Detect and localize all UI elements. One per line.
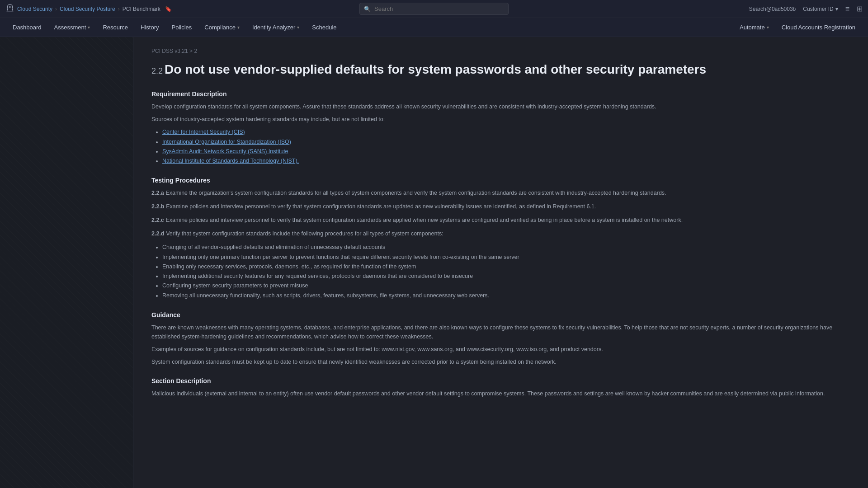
nav-history[interactable]: History bbox=[135, 20, 164, 34]
cis-link[interactable]: Center for Internet Security (CIS) bbox=[162, 129, 245, 135]
app-name: Cloud Security bbox=[17, 6, 52, 12]
bullet-item-3: Enabling only necessary services, protoc… bbox=[162, 262, 850, 272]
guidance-para-1: There are known weaknesses with many ope… bbox=[151, 323, 850, 341]
sans-link[interactable]: SysAdmin Audit Network Security (SANS) I… bbox=[162, 148, 288, 155]
requirement-heading: Requirement Description bbox=[151, 90, 850, 98]
grid-icon[interactable]: ⊞ bbox=[857, 5, 863, 13]
test-label-c: 2.2.c bbox=[151, 217, 164, 223]
top-bar-right: Search@0ad5003b Customer ID ▾ ≡ ⊞ bbox=[749, 5, 863, 13]
bookmark-icon[interactable]: 🔖 bbox=[165, 6, 172, 12]
nav-resource[interactable]: Resource bbox=[97, 20, 133, 34]
req-para-2: Sources of industry-accepted system hard… bbox=[151, 115, 850, 124]
page-title: Do not use vendor-supplied defaults for … bbox=[165, 62, 706, 76]
content-area: PCI DSS v3.21 > 2 2.2Do not use vendor-s… bbox=[133, 37, 868, 488]
test-item-c: 2.2.c Examine policies and interview per… bbox=[151, 216, 850, 225]
test-label-b: 2.2.b bbox=[151, 203, 165, 210]
nav-cloud-accounts[interactable]: Cloud Accounts Registration bbox=[776, 20, 861, 34]
test-text-d: Verify that system configuration standar… bbox=[166, 230, 443, 237]
nav-identity-analyzer[interactable]: Identity Analyzer bbox=[247, 20, 305, 34]
section-requirement-description: Requirement Description Develop configur… bbox=[151, 90, 850, 166]
page-title-section: 2.2Do not use vendor-supplied defaults f… bbox=[151, 61, 850, 78]
app-logo-icon bbox=[5, 4, 14, 14]
bullet-item-4: Implementing additional security feature… bbox=[162, 272, 850, 281]
section-desc-heading: Section Description bbox=[151, 377, 850, 385]
nav-schedule[interactable]: Schedule bbox=[307, 20, 342, 34]
test-label-d: 2.2.d bbox=[151, 230, 165, 237]
section-testing-procedures: Testing Procedures 2.2.a Examine the org… bbox=[151, 177, 850, 300]
test-item-b: 2.2.b Examine policies and interview per… bbox=[151, 202, 850, 211]
section-number: 2.2 bbox=[151, 66, 163, 75]
guidance-heading: Guidance bbox=[151, 311, 850, 319]
posture-link[interactable]: Cloud Security Posture bbox=[60, 6, 115, 12]
bullet-item-2: Implementing only one primary function p… bbox=[162, 253, 850, 262]
nav-compliance[interactable]: Compliance bbox=[199, 20, 245, 34]
testing-heading: Testing Procedures bbox=[151, 177, 850, 184]
main-layout: PCI DSS v3.21 > 2 2.2Do not use vendor-s… bbox=[0, 37, 868, 488]
req-para-1: Develop configuration standards for all … bbox=[151, 102, 850, 111]
svg-point-0 bbox=[9, 6, 10, 7]
nav-policies[interactable]: Policies bbox=[166, 20, 198, 34]
nav-bar: Dashboard Assessment Resource History Po… bbox=[0, 18, 868, 37]
current-page-label: PCI Benchmark bbox=[123, 6, 160, 12]
left-sidebar bbox=[0, 37, 133, 488]
breadcrumb-nav: Cloud Security › Cloud Security Posture … bbox=[5, 4, 172, 14]
test-text-b: Examine policies and interview personnel… bbox=[166, 203, 596, 210]
top-bar: Cloud Security › Cloud Security Posture … bbox=[0, 0, 868, 18]
user-email: Search@0ad5003b bbox=[749, 6, 796, 12]
nist-link[interactable]: National Institute of Standards and Tech… bbox=[162, 158, 299, 164]
nav-right: Automate Cloud Accounts Registration bbox=[734, 20, 861, 34]
customer-id-button[interactable]: Customer ID ▾ bbox=[803, 6, 838, 12]
test-item-d: 2.2.d Verify that system configuration s… bbox=[151, 229, 850, 238]
bullet-item-1: Changing of all vendor-supplied defaults… bbox=[162, 243, 850, 252]
content-breadcrumb: PCI DSS v3.21 > 2 bbox=[151, 48, 850, 54]
test-label-a: 2.2.a bbox=[151, 190, 164, 196]
test-text-c: Examine policies and interview personnel… bbox=[165, 217, 683, 223]
nav-assessment[interactable]: Assessment bbox=[49, 20, 96, 34]
test-text-a: Examine the organization's system config… bbox=[165, 190, 666, 196]
menu-lines-icon[interactable]: ≡ bbox=[845, 5, 849, 13]
nav-dashboard[interactable]: Dashboard bbox=[7, 20, 47, 34]
section-guidance: Guidance There are known weaknesses with… bbox=[151, 311, 850, 366]
search-input[interactable] bbox=[359, 3, 509, 15]
iso-link[interactable]: International Organization for Standardi… bbox=[162, 139, 291, 145]
section-desc-para-1: Malicious individuals (external and inte… bbox=[151, 389, 850, 398]
search-bar[interactable]: 🔍 bbox=[359, 3, 509, 15]
test-item-a: 2.2.a Examine the organization's system … bbox=[151, 188, 850, 197]
guidance-para-3: System configuration standards must be k… bbox=[151, 357, 850, 366]
bullet-item-6: Removing all unnecessary functionality, … bbox=[162, 291, 850, 300]
search-icon: 🔍 bbox=[364, 6, 371, 12]
section-description: Section Description Malicious individual… bbox=[151, 377, 850, 398]
requirement-links-list: Center for Internet Security (CIS) Inter… bbox=[151, 127, 850, 166]
guidance-para-2: Examples of sources for guidance on conf… bbox=[151, 345, 850, 354]
nav-automate[interactable]: Automate bbox=[734, 20, 774, 34]
bullet-item-5: Configuring system security parameters t… bbox=[162, 281, 850, 291]
testing-bullet-list: Changing of all vendor-supplied defaults… bbox=[151, 243, 850, 300]
